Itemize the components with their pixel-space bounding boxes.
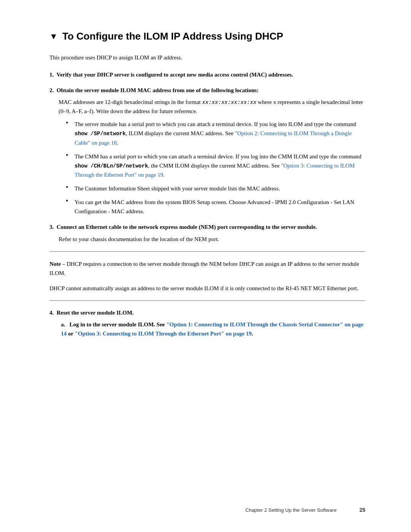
bullet-1-text-after: .	[117, 140, 118, 146]
sub-step-4a-period: .	[252, 331, 253, 337]
note-1-label: Note	[49, 261, 61, 267]
mac-format-code: xx:xx:xx:xx:xx:xx	[202, 99, 256, 105]
step-4: 4. Reset the server module ILOM. a. Log …	[49, 308, 365, 339]
footer-page-number: 25	[359, 507, 365, 513]
bullet-item-1: The server module has a serial port to w…	[66, 120, 365, 147]
step-4-header: 4. Reset the server module ILOM.	[49, 308, 365, 317]
sub-step-4a-link2[interactable]: "Option 3: Connecting to ILOM Through th…	[75, 331, 252, 337]
step-1-header-text: Verify that your DHCP server is configur…	[56, 72, 293, 78]
bullet-item-4: You can get the MAC address from the sys…	[66, 198, 365, 216]
step-3-header: 3. Connect an Ethernet cable to the netw…	[49, 223, 365, 232]
step-1-header: 1. Verify that your DHCP server is confi…	[49, 70, 365, 79]
page: ▼ To Configure the ILOM IP Address Using…	[0, 0, 411, 532]
step-3-body: Refer to your chassis documentation for …	[59, 235, 365, 244]
footer: Chapter 2 Setting Up the Server Software…	[0, 507, 411, 513]
bullet-4-text: You can get the MAC address from the sys…	[75, 199, 354, 214]
bullet-2-text-before: The CMM has a serial port to which you c…	[75, 153, 362, 160]
note-1-body: DHCP requires a connection to the server…	[49, 261, 359, 276]
step-2-number: 2.	[49, 87, 54, 93]
step-2: 2. Obtain the server module ILOM MAC add…	[49, 86, 365, 216]
bullet-1-text-before: The server module has a serial port to w…	[75, 121, 356, 127]
note-2-text: DHCP cannot automatically assign an addr…	[49, 284, 365, 293]
bullet-item-2: The CMM has a serial port to which you c…	[66, 152, 365, 179]
step-1: 1. Verify that your DHCP server is confi…	[49, 70, 365, 79]
section-title: ▼ To Configure the ILOM IP Address Using…	[49, 30, 365, 42]
step-4-header-text: Reset the server module ILOM.	[57, 310, 134, 316]
bullet-item-3: The Customer Information Sheet shipped w…	[66, 184, 365, 193]
intro-paragraph: This procedure uses DHCP to assign ILOM …	[49, 53, 365, 62]
bullet-1-code: show /SP/network	[75, 131, 126, 137]
divider-2	[49, 300, 365, 301]
bullet-2-code: show /CH/BLn/SP/network	[75, 163, 148, 169]
step-2-bullets: The server module has a serial port to w…	[66, 120, 365, 216]
step-3-header-text: Connect an Ethernet cable to the network…	[57, 224, 317, 230]
note-block-1: Note – DHCP requires a connection to the…	[49, 259, 365, 278]
step-3-body-text: Refer to your chassis documentation for …	[59, 235, 365, 244]
note-1-dash: –	[61, 261, 65, 267]
step-2-header-text: Obtain the server module ILOM MAC addres…	[57, 87, 259, 93]
bullet-1-text-middle: , ILOM displays the current MAC address.…	[126, 130, 235, 136]
bullet-3-text: The Customer Information Sheet shipped w…	[75, 185, 280, 192]
triangle-icon: ▼	[49, 32, 58, 42]
step-2-mac-text: MAC addresses are 12-digit hexadecimal s…	[59, 97, 365, 116]
step-2-body: MAC addresses are 12-digit hexadecimal s…	[59, 97, 365, 216]
step-2-header: 2. Obtain the server module ILOM MAC add…	[49, 86, 365, 95]
note-1-text: Note – DHCP requires a connection to the…	[49, 259, 365, 278]
sub-step-4a-body: Log in to the server module ILOM. See "O…	[61, 321, 363, 337]
step-3-number: 3.	[49, 224, 54, 230]
step-3: 3. Connect an Ethernet cable to the netw…	[49, 223, 365, 244]
bullet-2-text-after: .	[163, 172, 165, 178]
divider-1	[49, 251, 365, 252]
sub-step-4a-label: a. Log in to the server module ILOM. See…	[61, 320, 365, 338]
sub-step-4a: a. Log in to the server module ILOM. See…	[61, 320, 365, 338]
sub-step-4a-or: or	[68, 331, 73, 337]
step-4-number: 4.	[49, 310, 54, 316]
sub-step-4a-label-text: a.	[61, 321, 65, 328]
title-text: To Configure the ILOM IP Address Using D…	[62, 30, 283, 42]
bullet-2-text-middle: , the CMM ILOM displays the current MAC …	[148, 163, 281, 169]
footer-chapter: Chapter 2 Setting Up the Server Software	[245, 507, 337, 513]
step-1-number: 1.	[49, 72, 54, 78]
